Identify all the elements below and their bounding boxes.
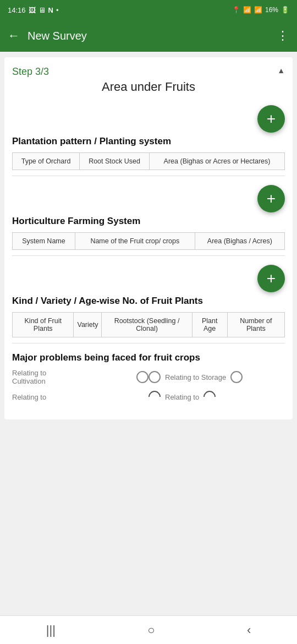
- col-variety: Variety: [74, 313, 102, 337]
- battery-label: 16%: [265, 6, 278, 14]
- col-type-orchard: Type of Orchard: [13, 153, 80, 170]
- wifi-icon: 📶: [243, 6, 251, 14]
- col-num-plants: Number of Plants: [227, 313, 284, 337]
- step-label: Step 3/3: [12, 66, 49, 78]
- horticulture-header-row: +: [12, 185, 285, 212]
- plantation-label: Plantation pattern / Planting system: [12, 136, 285, 147]
- main-content: Step 3/3 ▲ Area under Fruits + Plantatio…: [4, 57, 293, 419]
- radio-relating-right-label: Relating to: [165, 393, 199, 401]
- status-bar: 14:16 🖼 🖥 N • 📍 📶 📶 16% 🔋: [0, 0, 297, 20]
- photo-icon: 🖼: [29, 6, 36, 14]
- app-bar-title: New Survey: [28, 30, 277, 42]
- col-plant-age: Plant Age: [192, 313, 227, 337]
- back-button[interactable]: ←: [8, 29, 20, 43]
- radio-relating-left-button[interactable]: [146, 388, 163, 405]
- plantation-header-row: Type of Orchard Root Stock Used Area (Bi…: [13, 153, 285, 170]
- col-rootstock: Rootstock (Seedling / Clonal): [102, 313, 192, 337]
- nav-recent-apps[interactable]: |||: [46, 623, 56, 637]
- add-plantation-button[interactable]: +: [257, 105, 285, 133]
- horticulture-divider: [12, 255, 285, 256]
- bottom-nav: ||| ○ ‹: [0, 615, 297, 644]
- radio-storage-button[interactable]: [148, 371, 161, 383]
- add-kind-variety-button[interactable]: +: [257, 265, 285, 292]
- plantation-table: Type of Orchard Root Stock Used Area (Bi…: [12, 152, 285, 170]
- kind-variety-label: Kind / Variety / Age-wise No. of Fruit P…: [12, 296, 285, 307]
- monitor-icon: 🖥: [38, 6, 46, 14]
- menu-button[interactable]: ⋮: [277, 29, 289, 43]
- status-left: 14:16 🖼 🖥 N •: [8, 6, 59, 14]
- plantation-section: + Plantation pattern / Planting system T…: [12, 105, 285, 176]
- radio-cultivation-label: Relating toCultivation: [12, 369, 132, 385]
- radio-cultivation-button[interactable]: [136, 371, 148, 383]
- kind-variety-divider: [12, 343, 285, 343]
- app-bar: ← New Survey ⋮: [0, 20, 297, 52]
- nav-home[interactable]: ○: [147, 623, 155, 637]
- col-system-name: System Name: [13, 233, 75, 250]
- radio-relating-left-label: Relating to: [12, 393, 148, 401]
- time-display: 14:16: [8, 6, 26, 14]
- col-area-hort: Area (Bighas / Acres): [195, 233, 284, 250]
- col-area-plantation: Area (Bighas or Acres or Hectares): [150, 153, 285, 170]
- radio-relating-right-button[interactable]: [201, 388, 218, 405]
- kind-variety-table: Kind of Fruit Plants Variety Rootstock (…: [12, 312, 285, 337]
- plantation-header-row: +: [12, 105, 285, 133]
- section-title: Area under Fruits: [12, 80, 285, 94]
- radio-storage-right-button[interactable]: [230, 371, 243, 383]
- col-root-stock: Root Stock Used: [80, 153, 150, 170]
- n-icon: N: [48, 6, 53, 14]
- status-right: 📍 📶 📶 16% 🔋: [232, 6, 289, 14]
- horticulture-table: System Name Name of the Fruit crop/ crop…: [12, 232, 285, 250]
- radio-storage-label: Relating to Storage: [165, 373, 226, 381]
- collapse-icon[interactable]: ▲: [277, 66, 285, 75]
- add-horticulture-button[interactable]: +: [257, 185, 285, 212]
- radio-item-storage: Relating to Storage: [148, 369, 285, 385]
- major-problems-section: Major problems being faced for fruit cro…: [12, 352, 285, 403]
- major-problems-label: Major problems being faced for fruit cro…: [12, 352, 285, 363]
- horticulture-header-row: System Name Name of the Fruit crop/ crop…: [13, 233, 285, 250]
- kind-variety-header-row: Kind of Fruit Plants Variety Rootstock (…: [13, 313, 285, 337]
- col-kind-fruit: Kind of Fruit Plants: [13, 313, 74, 337]
- dot-icon: •: [56, 6, 59, 14]
- battery-icon: 🔋: [281, 6, 289, 14]
- horticulture-section: + Horticulture Farming System System Nam…: [12, 185, 285, 256]
- signal-icon: 📶: [254, 6, 262, 14]
- radio-item-relating-right: Relating to: [148, 391, 285, 403]
- radio-options-grid: Relating toCultivation Relating to Stora…: [12, 369, 285, 403]
- radio-item-cultivation: Relating toCultivation: [12, 369, 148, 385]
- plantation-divider: [12, 176, 285, 176]
- location-icon: 📍: [232, 6, 240, 14]
- radio-item-relating-left: Relating to: [12, 391, 148, 403]
- nav-back[interactable]: ‹: [247, 623, 251, 637]
- step-header: Step 3/3 ▲: [12, 66, 285, 78]
- kind-variety-header-row: +: [12, 265, 285, 292]
- horticulture-label: Horticulture Farming System: [12, 216, 285, 227]
- col-fruit-crop: Name of the Fruit crop/ crops: [75, 233, 195, 250]
- kind-variety-section: + Kind / Variety / Age-wise No. of Fruit…: [12, 265, 285, 343]
